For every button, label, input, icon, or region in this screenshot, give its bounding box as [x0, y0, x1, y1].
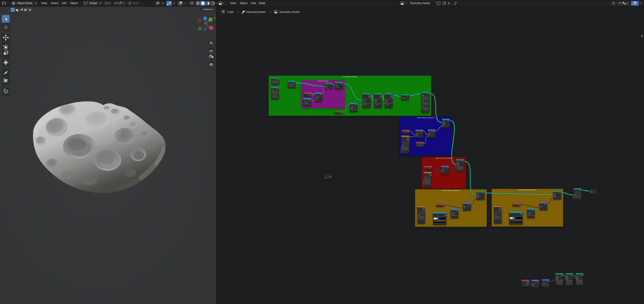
svg-text:Z: Z: [204, 17, 206, 20]
svg-text:X: X: [210, 27, 212, 29]
svg-text:Y: Y: [210, 18, 211, 21]
